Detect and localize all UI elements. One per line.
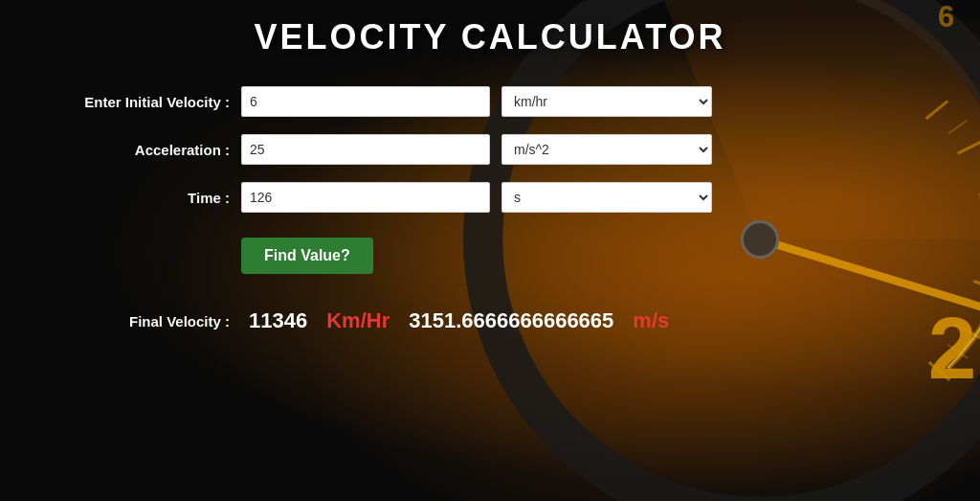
initial-velocity-label: Enter Initial Velocity : (38, 94, 230, 110)
result-value-kmhr: 11346 (249, 308, 307, 333)
result-value-ms: 3151.6666666666665 (409, 308, 613, 333)
find-button-container: Find Value? (38, 230, 942, 274)
initial-velocity-row: Enter Initial Velocity : km/hr m/s mph (38, 86, 942, 117)
time-row: Time : s min hr (38, 182, 942, 213)
calculator-form: Enter Initial Velocity : km/hr m/s mph A… (38, 86, 942, 333)
acceleration-row: Acceleration : m/s^2 ft/s^2 (38, 134, 942, 165)
result-unit-kmhr: Km/Hr (326, 308, 390, 333)
time-input[interactable] (241, 182, 490, 213)
final-velocity-label: Final Velocity : (38, 313, 230, 330)
time-unit-select[interactable]: s min hr (501, 182, 712, 213)
acceleration-label: Acceleration : (38, 142, 230, 158)
find-value-button[interactable]: Find Value? (241, 238, 373, 274)
time-label: Time : (38, 190, 230, 206)
acceleration-input[interactable] (241, 134, 490, 165)
initial-velocity-input[interactable] (241, 86, 490, 117)
acceleration-unit-select[interactable]: m/s^2 ft/s^2 (501, 134, 712, 165)
result-unit-ms: m/s (633, 308, 669, 333)
page-title: VELOCITY CALCULATOR (38, 17, 942, 57)
result-row: Final Velocity : 11346 Km/Hr 3151.666666… (38, 308, 942, 333)
initial-velocity-unit-select[interactable]: km/hr m/s mph (501, 86, 712, 117)
